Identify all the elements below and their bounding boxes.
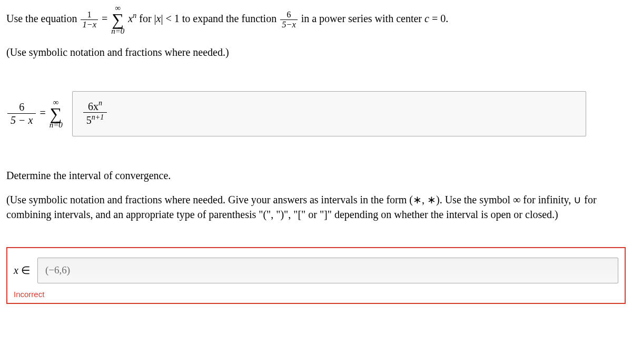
question-part-1: Use the equation 1 1−x = ∞ ∑ n=0 xn for …	[6, 4, 626, 35]
equals-1: =	[102, 13, 110, 24]
lhs-fraction: 6 5 − x	[7, 101, 36, 126]
x-element-of-label: x ∈	[14, 263, 30, 278]
question-2-hint: (Use symbolic notation and fractions whe…	[6, 192, 626, 222]
question-1-hint: (Use symbolic notation and fractions whe…	[6, 45, 626, 60]
x-to-n: xn	[128, 13, 139, 24]
interval-answer-block: x ∈ (−6,6) Incorrect	[6, 247, 626, 304]
interval-input[interactable]: (−6,6)	[37, 258, 618, 283]
q1-mid1: for |	[139, 13, 156, 24]
q1-tail: = 0.	[429, 13, 448, 24]
answer-1-lhs: 6 5 − x = ∞ ∑ n=0	[6, 99, 64, 130]
frac-6-over-5minusx: 6 5−x	[280, 11, 298, 29]
sigma-notation-2: ∞ ∑ n=0	[50, 99, 63, 130]
sigma-notation-1: ∞ ∑ n=0	[111, 4, 124, 35]
q1-mid3: in a power series with center	[301, 13, 424, 24]
q1-mid2: | < 1 to expand the function	[161, 13, 279, 24]
feedback-label: Incorrect	[14, 289, 618, 300]
series-term-fraction: 6xn 5n+1	[83, 99, 107, 126]
q1-pre: Use the equation	[6, 13, 80, 24]
series-term-input[interactable]: 6xn 5n+1	[72, 91, 586, 136]
answer-1-row: 6 5 − x = ∞ ∑ n=0 6xn 5n+1	[6, 91, 626, 136]
frac-1-over-1minusx: 1 1−x	[81, 11, 98, 29]
question-part-2: Determine the interval of convergence.	[6, 168, 626, 183]
